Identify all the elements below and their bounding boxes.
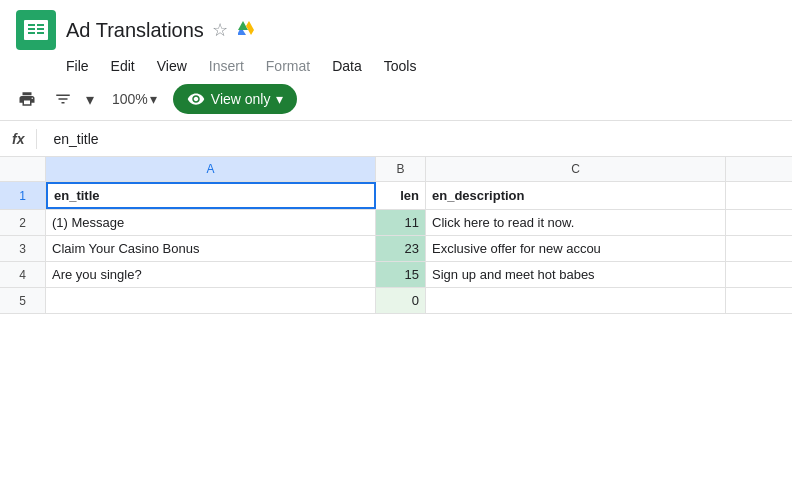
menu-edit[interactable]: Edit (101, 54, 145, 78)
menu-file[interactable]: File (56, 54, 99, 78)
menu-view[interactable]: View (147, 54, 197, 78)
eye-icon (187, 90, 205, 108)
title-section: Ad Translations ☆ (66, 18, 256, 43)
menu-insert[interactable]: Insert (199, 54, 254, 78)
doc-title-row: Ad Translations ☆ (66, 18, 256, 43)
cell-b1[interactable]: len (376, 182, 426, 209)
filter-dropdown-button[interactable]: ▾ (80, 86, 100, 113)
row-num-header (0, 157, 46, 181)
view-only-button[interactable]: View only ▾ (173, 84, 298, 114)
drive-icon[interactable] (236, 18, 256, 43)
table-row: 3 Claim Your Casino Bonus 23 Exclusive o… (0, 236, 792, 262)
cell-b3[interactable]: 23 (376, 236, 426, 261)
cell-a2[interactable]: (1) Message (46, 210, 376, 235)
cell-a1[interactable]: en_title (46, 182, 376, 209)
cell-b4[interactable]: 15 (376, 262, 426, 287)
zoom-control[interactable]: 100% ▾ (106, 89, 163, 109)
star-icon[interactable]: ☆ (212, 19, 228, 41)
document-title: Ad Translations (66, 19, 204, 42)
cell-c3[interactable]: Exclusive offer for new accou (426, 236, 726, 261)
col-header-c[interactable]: C (426, 157, 726, 181)
col-header-a[interactable]: A (46, 157, 376, 181)
cell-a3[interactable]: Claim Your Casino Bonus (46, 236, 376, 261)
table-row: 2 (1) Message 11 Click here to read it n… (0, 210, 792, 236)
row-number-1: 1 (0, 182, 46, 209)
cell-c1[interactable]: en_description (426, 182, 726, 209)
cell-a4[interactable]: Are you single? (46, 262, 376, 287)
sheets-logo-icon (16, 10, 56, 50)
menu-data[interactable]: Data (322, 54, 372, 78)
table-row: 4 Are you single? 15 Sign up and meet ho… (0, 262, 792, 288)
row-number-5: 5 (0, 288, 46, 313)
fx-label: fx (8, 131, 28, 147)
svg-rect-5 (37, 28, 44, 30)
menu-bar: File Edit View Insert Format Data Tools (0, 54, 792, 78)
menu-tools[interactable]: Tools (374, 54, 427, 78)
spreadsheet: A B C 1 en_title len en_description 2 (1… (0, 157, 792, 314)
toolbar: ▾ 100% ▾ View only ▾ (0, 78, 792, 121)
row-number-2: 2 (0, 210, 46, 235)
col-header-b[interactable]: B (376, 157, 426, 181)
row-number-4: 4 (0, 262, 46, 287)
view-only-dropdown-icon: ▾ (276, 91, 283, 107)
title-bar: Ad Translations ☆ (0, 0, 792, 54)
svg-rect-6 (28, 32, 35, 34)
table-row: 5 0 (0, 288, 792, 314)
svg-rect-1 (24, 20, 48, 40)
cell-a5[interactable] (46, 288, 376, 313)
column-headers: A B C (0, 157, 792, 182)
svg-rect-4 (28, 28, 35, 30)
cell-b5[interactable]: 0 (376, 288, 426, 313)
table-row: 1 en_title len en_description (0, 182, 792, 210)
svg-rect-7 (37, 32, 44, 34)
filter-group: ▾ (48, 86, 100, 113)
filter-button[interactable] (48, 86, 78, 112)
row-number-3: 3 (0, 236, 46, 261)
cell-c4[interactable]: Sign up and meet hot babes (426, 262, 726, 287)
zoom-dropdown-icon: ▾ (150, 91, 157, 107)
formula-bar: fx en_title (0, 121, 792, 157)
cell-c5[interactable] (426, 288, 726, 313)
print-button[interactable] (12, 86, 42, 112)
formula-divider (36, 129, 37, 149)
menu-format[interactable]: Format (256, 54, 320, 78)
cell-c2[interactable]: Click here to read it now. (426, 210, 726, 235)
svg-rect-3 (37, 24, 44, 26)
svg-rect-2 (28, 24, 35, 26)
formula-content: en_title (45, 131, 106, 147)
cell-b2[interactable]: 11 (376, 210, 426, 235)
